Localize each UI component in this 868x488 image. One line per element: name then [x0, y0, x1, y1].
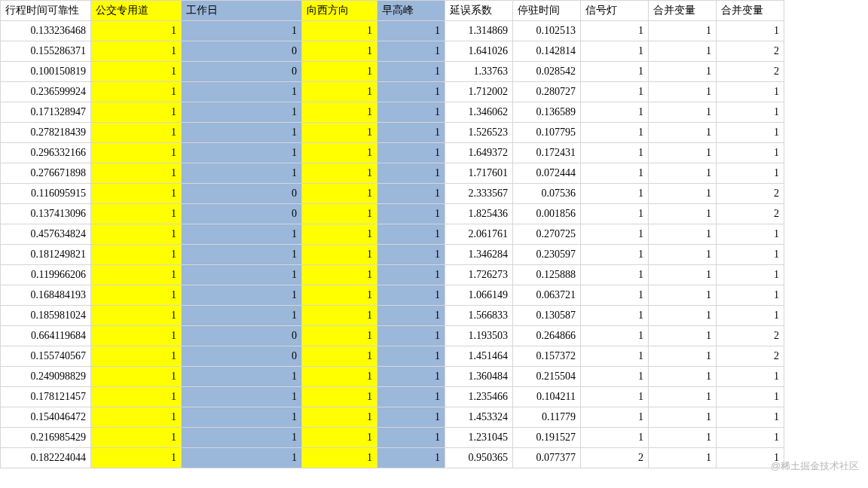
- table-cell[interactable]: 1: [377, 448, 445, 468]
- column-header[interactable]: 早高峰: [377, 1, 445, 21]
- table-cell[interactable]: 1: [377, 245, 445, 265]
- table-cell[interactable]: 1: [717, 428, 784, 448]
- table-cell[interactable]: 1: [377, 346, 445, 367]
- table-cell[interactable]: 2: [717, 326, 784, 346]
- table-cell[interactable]: 1: [581, 285, 649, 306]
- table-cell[interactable]: 1.641026: [445, 41, 513, 62]
- table-cell[interactable]: 1: [649, 102, 717, 123]
- table-cell[interactable]: 1: [377, 285, 445, 306]
- table-cell[interactable]: 1.649372: [445, 143, 513, 163]
- table-cell[interactable]: 0.137413096: [1, 204, 91, 224]
- table-cell[interactable]: 1: [649, 265, 717, 285]
- table-cell[interactable]: 0.249098829: [1, 367, 91, 387]
- column-header[interactable]: 公交专用道: [91, 1, 182, 21]
- table-cell[interactable]: 1: [302, 265, 377, 285]
- table-cell[interactable]: 1: [717, 123, 784, 143]
- table-cell[interactable]: 1: [717, 21, 784, 41]
- table-cell[interactable]: 1: [377, 82, 445, 102]
- table-cell[interactable]: 1: [581, 407, 649, 428]
- column-header[interactable]: 行程时间可靠性: [1, 1, 91, 21]
- table-cell[interactable]: 1: [649, 285, 717, 306]
- table-cell[interactable]: 1: [717, 102, 784, 123]
- table-cell[interactable]: 1: [581, 428, 649, 448]
- table-cell[interactable]: 1: [377, 102, 445, 123]
- table-cell[interactable]: 1: [302, 21, 377, 41]
- table-cell[interactable]: 1: [302, 204, 377, 224]
- table-cell[interactable]: 1: [91, 62, 182, 82]
- table-cell[interactable]: 1.717601: [445, 163, 513, 184]
- table-cell[interactable]: 0: [182, 62, 302, 82]
- table-cell[interactable]: 0.178121457: [1, 387, 91, 407]
- table-cell[interactable]: 0.182224044: [1, 448, 91, 468]
- table-cell[interactable]: 0.264866: [513, 326, 581, 346]
- table-cell[interactable]: 0.191527: [513, 428, 581, 448]
- table-cell[interactable]: 1: [581, 123, 649, 143]
- table-cell[interactable]: 0.185981024: [1, 306, 91, 326]
- column-header[interactable]: 工作日: [182, 1, 302, 21]
- table-cell[interactable]: 1: [91, 326, 182, 346]
- table-cell[interactable]: 1: [91, 21, 182, 41]
- table-cell[interactable]: 1: [91, 184, 182, 204]
- table-cell[interactable]: 0.276671898: [1, 163, 91, 184]
- table-cell[interactable]: 1: [182, 245, 302, 265]
- table-cell[interactable]: 1.346062: [445, 102, 513, 123]
- table-cell[interactable]: 1: [649, 163, 717, 184]
- table-cell[interactable]: 0.457634824: [1, 224, 91, 245]
- table-cell[interactable]: 1: [302, 163, 377, 184]
- table-cell[interactable]: 1: [649, 184, 717, 204]
- table-cell[interactable]: 1: [91, 265, 182, 285]
- table-cell[interactable]: 0.119966206: [1, 265, 91, 285]
- table-cell[interactable]: 1: [717, 285, 784, 306]
- table-cell[interactable]: 0.664119684: [1, 326, 91, 346]
- table-cell[interactable]: 1: [182, 407, 302, 428]
- table-cell[interactable]: 0: [182, 326, 302, 346]
- table-cell[interactable]: 1: [377, 224, 445, 245]
- table-cell[interactable]: 1: [377, 21, 445, 41]
- table-cell[interactable]: 2: [717, 346, 784, 367]
- table-cell[interactable]: 1: [649, 448, 717, 468]
- table-cell[interactable]: 1: [91, 306, 182, 326]
- table-cell[interactable]: 0.077377: [513, 448, 581, 468]
- table-cell[interactable]: 1: [649, 41, 717, 62]
- table-cell[interactable]: 1: [649, 367, 717, 387]
- table-cell[interactable]: 2: [717, 184, 784, 204]
- column-header[interactable]: 信号灯: [581, 1, 649, 21]
- table-cell[interactable]: 0.950365: [445, 448, 513, 468]
- table-cell[interactable]: 2: [717, 204, 784, 224]
- column-header[interactable]: 合并变量: [649, 1, 717, 21]
- table-cell[interactable]: 0.216985429: [1, 428, 91, 448]
- table-cell[interactable]: 1.712002: [445, 82, 513, 102]
- table-cell[interactable]: 1: [91, 224, 182, 245]
- table-cell[interactable]: 1: [182, 163, 302, 184]
- table-cell[interactable]: 1: [182, 306, 302, 326]
- table-cell[interactable]: 1: [581, 21, 649, 41]
- table-cell[interactable]: 1: [649, 204, 717, 224]
- table-cell[interactable]: 1: [91, 428, 182, 448]
- table-cell[interactable]: 1: [717, 224, 784, 245]
- table-cell[interactable]: 0.072444: [513, 163, 581, 184]
- table-cell[interactable]: 1: [649, 82, 717, 102]
- table-cell[interactable]: 1: [182, 367, 302, 387]
- table-cell[interactable]: 0.116095915: [1, 184, 91, 204]
- table-cell[interactable]: 1: [182, 428, 302, 448]
- table-cell[interactable]: 0.280727: [513, 82, 581, 102]
- table-cell[interactable]: 1: [91, 407, 182, 428]
- table-cell[interactable]: 1: [717, 82, 784, 102]
- table-cell[interactable]: 1: [649, 143, 717, 163]
- table-cell[interactable]: 1: [717, 407, 784, 428]
- table-cell[interactable]: 1: [91, 123, 182, 143]
- table-cell[interactable]: 1: [182, 224, 302, 245]
- table-cell[interactable]: 1: [302, 387, 377, 407]
- table-cell[interactable]: 2: [717, 41, 784, 62]
- table-cell[interactable]: 1: [91, 204, 182, 224]
- table-cell[interactable]: 1: [649, 123, 717, 143]
- column-header[interactable]: 停驻时间: [513, 1, 581, 21]
- table-cell[interactable]: 1.33763: [445, 62, 513, 82]
- table-cell[interactable]: 1: [377, 204, 445, 224]
- table-cell[interactable]: 1: [649, 387, 717, 407]
- table-cell[interactable]: 1: [649, 245, 717, 265]
- table-cell[interactable]: 1: [649, 224, 717, 245]
- table-cell[interactable]: 1: [581, 41, 649, 62]
- table-cell[interactable]: 1: [302, 82, 377, 102]
- table-cell[interactable]: 1: [302, 407, 377, 428]
